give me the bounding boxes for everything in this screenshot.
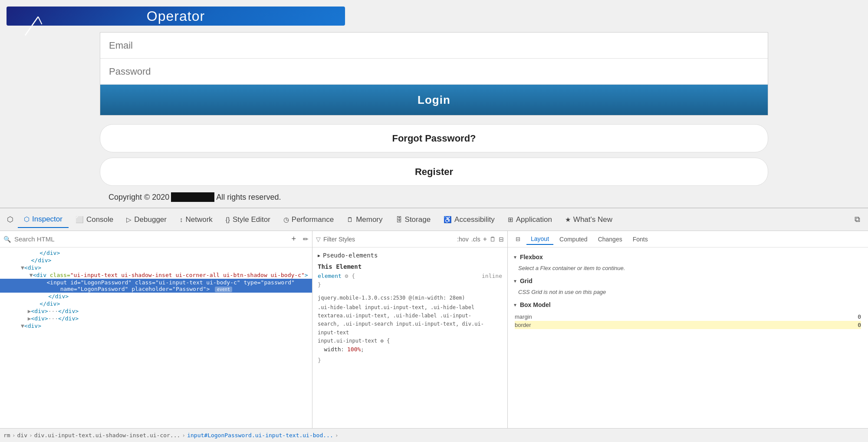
tab-storage[interactable]: 🗄 Storage <box>390 211 437 228</box>
memory-label: Memory <box>356 215 382 224</box>
html-line: ▼<div> <box>0 264 312 271</box>
grid-message: CSS Grid is not in use on this page <box>518 289 606 295</box>
event-badge: event <box>215 287 232 292</box>
breadcrumb-item-rm[interactable]: rm <box>3 432 10 439</box>
svg-line-0 <box>25 17 38 36</box>
layout-icon[interactable]: ⊟ <box>499 236 504 243</box>
pick-element-icon: ⬡ <box>7 215 13 224</box>
dock-button[interactable]: ⧉ <box>850 212 865 227</box>
pseudo-elements-row[interactable]: ▶ Pseudo-elements <box>315 250 505 261</box>
styles-toolbar: ▽ Filter Styles :hov .cls + 🗒 ⊟ <box>312 231 507 247</box>
add-node-icon[interactable]: + <box>291 234 296 244</box>
html-line: ▶<div>···</div> <box>0 315 312 322</box>
login-button[interactable]: Login <box>100 85 768 115</box>
storage-icon: 🗄 <box>396 216 402 223</box>
pseudo-elements-label: Pseudo-elements <box>323 252 378 259</box>
breadcrumb-item-input[interactable]: input#LogonPassword.ui-input-text.ui-bod… <box>187 432 333 439</box>
application-label: Application <box>516 215 552 224</box>
tab-layout-box[interactable]: ⊟ <box>511 234 525 244</box>
style-editor-icon: {} <box>226 216 230 223</box>
border-row: border 0 <box>515 321 861 329</box>
layout-tabs: ⊟ Layout Computed Changes Fonts <box>508 231 868 247</box>
network-label: Network <box>185 215 212 224</box>
copyright-text-before: Copyright © 2020 <box>108 193 169 202</box>
html-panel: 🔍 + ✏ </div> </div> ▼<div> ▼<div class="… <box>0 231 312 428</box>
filter-styles-label: Filter Styles <box>323 236 355 243</box>
html-line-selected[interactable]: <input id="LogonPassword" class="ui-inpu… <box>0 279 312 293</box>
tab-debugger[interactable]: ▷ Debugger <box>120 211 173 228</box>
style-sheets-icon[interactable]: 🗒 <box>490 235 496 243</box>
register-button[interactable]: Register <box>100 158 768 186</box>
hov-button[interactable]: :hov <box>457 236 468 243</box>
tab-layout[interactable]: Layout <box>526 234 553 245</box>
css-rule-element: element ⚙ { inline } <box>315 271 505 290</box>
tab-accessibility[interactable]: ♿ Accessibility <box>437 211 501 228</box>
box-model-chevron-icon: ▼ <box>513 303 517 307</box>
forgot-password-button[interactable]: Forgot Password? <box>100 124 768 152</box>
performance-icon: ◷ <box>283 216 289 224</box>
css-selector-block: .ui-hide-label input.ui-input-text, .ui-… <box>315 303 505 355</box>
grid-chevron-icon: ▼ <box>513 279 517 284</box>
grid-section-header[interactable]: ▼ Grid <box>511 275 865 287</box>
form-area: Login <box>100 32 768 115</box>
tab-fonts[interactable]: Fonts <box>628 234 652 244</box>
password-field[interactable] <box>100 59 768 85</box>
flexbox-body: Select a Flex container or item to conti… <box>511 263 865 275</box>
html-line: ▼<div class="ui-input-text ui-shadow-ins… <box>0 271 312 279</box>
pick-node-icon[interactable]: ✏ <box>303 235 309 243</box>
flexbox-chevron-icon: ▼ <box>513 255 517 260</box>
breadcrumb-item-div[interactable]: div <box>17 432 27 439</box>
logo-container: Operator <box>7 7 345 26</box>
devtools-pick-element-button[interactable]: ⬡ <box>3 211 17 228</box>
html-line: </div> <box>0 300 312 307</box>
secondary-buttons-area: Forgot Password? Register <box>100 119 768 186</box>
html-content: </div> </div> ▼<div> ▼<div class="ui-inp… <box>0 247 312 428</box>
inspector-icon: ⬡ <box>24 215 30 223</box>
tab-console[interactable]: ⬜ Console <box>69 211 119 228</box>
margin-label: margin <box>515 313 532 320</box>
tab-performance[interactable]: ◷ Performance <box>277 211 340 228</box>
styles-content: ▶ Pseudo-elements This Element element ⚙… <box>312 247 507 428</box>
add-rule-icon[interactable]: + <box>483 235 487 243</box>
tab-whats-new[interactable]: ★ What's New <box>559 211 618 228</box>
inspector-label: Inspector <box>32 215 62 224</box>
copyright: Copyright © 2020 All rights reserved. <box>100 186 768 208</box>
cls-button[interactable]: .cls <box>471 236 480 243</box>
whats-new-icon: ★ <box>565 216 571 224</box>
console-icon: ⬜ <box>76 216 84 224</box>
box-model-section-header[interactable]: ▼ Box Model <box>511 299 865 311</box>
network-icon: ↕ <box>180 216 183 223</box>
border-value: 0 <box>858 322 861 328</box>
tab-memory[interactable]: 🗒 Memory <box>341 211 388 228</box>
breadcrumb-item-div-class[interactable]: div.ui-input-text.ui-shadow-inset.ui-cor… <box>34 432 181 439</box>
memory-icon: 🗒 <box>347 216 353 223</box>
tab-changes[interactable]: Changes <box>594 234 627 244</box>
filter-icon: ▽ <box>316 236 321 243</box>
html-line: </div> <box>0 249 312 257</box>
layout-content: ▼ Flexbox Select a Flex container or ite… <box>508 247 868 428</box>
this-element-label: This Element <box>315 261 505 271</box>
tab-application[interactable]: ⊞ Application <box>502 211 558 228</box>
margin-row: margin 0 <box>515 313 861 321</box>
html-line: </div> <box>0 257 312 264</box>
tab-computed[interactable]: Computed <box>555 234 592 244</box>
css-closing-brace: } <box>315 355 505 366</box>
flexbox-label: Flexbox <box>520 254 543 261</box>
flexbox-section-header[interactable]: ▼ Flexbox <box>511 251 865 263</box>
svg-line-1 <box>38 17 42 24</box>
tab-inspector[interactable]: ⬡ Inspector <box>18 211 69 228</box>
box-model-label: Box Model <box>520 301 551 308</box>
html-search-bar: 🔍 + ✏ <box>0 231 312 247</box>
logo-arrow-icon <box>20 13 46 39</box>
storage-label: Storage <box>405 215 431 224</box>
tab-style-editor[interactable]: {} Style Editor <box>220 211 276 228</box>
html-line: ▶<div>···</div> <box>0 307 312 315</box>
email-field[interactable] <box>100 33 768 59</box>
tab-network[interactable]: ↕ Network <box>174 211 219 228</box>
breadcrumb-bar: rm › div › div.ui-input-text.ui-shadow-i… <box>0 428 868 442</box>
breadcrumb-sep-4: › <box>335 432 339 439</box>
accessibility-icon: ♿ <box>444 216 452 224</box>
search-html-input[interactable] <box>14 235 288 243</box>
grid-body: CSS Grid is not in use on this page <box>511 287 865 299</box>
breadcrumb-sep-1: › <box>12 432 16 439</box>
